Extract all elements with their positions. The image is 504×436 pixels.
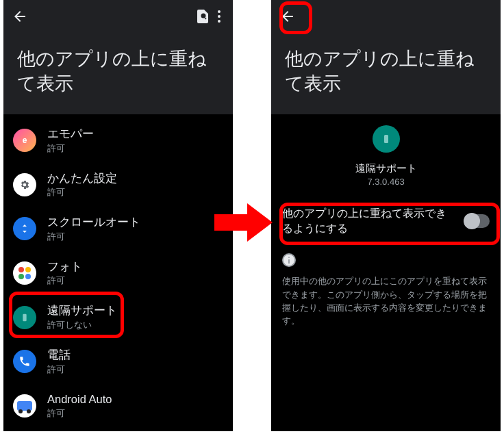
flow-arrow-icon (214, 202, 273, 243)
app-status: 許可 (47, 231, 140, 243)
svg-rect-4 (384, 135, 388, 143)
svg-point-1 (218, 15, 220, 18)
app-status: 許可しない (47, 319, 117, 331)
svg-rect-3 (23, 313, 26, 321)
app-name: スクロールオート (47, 215, 140, 229)
app-list-item-scrollauto[interactable]: スクロールオート許可 (3, 207, 233, 251)
top-app-bar (271, 0, 501, 33)
app-icon (13, 306, 36, 329)
svg-point-0 (218, 10, 220, 13)
app-icon (13, 173, 36, 196)
app-status: 許可 (47, 186, 117, 198)
app-name: フォト (47, 259, 82, 274)
app-name: かんたん設定 (47, 171, 117, 185)
app-status: 許可 (47, 363, 71, 376)
detail-app-name: 遠隔サポート (355, 162, 417, 175)
app-list-item-phone[interactable]: 電話許可 (3, 339, 233, 384)
app-list: e エモパー許可 かんたん設定許可 スクロールオート許可 フォト許可 遠隔サポー… (3, 114, 233, 428)
page-title: 他のアプリの上に重ねて表示 (3, 33, 233, 114)
app-detail-header: 遠隔サポート 7.3.0.463 (271, 114, 501, 196)
app-icon (13, 261, 36, 285)
screen-overlay-app-list: 他のアプリの上に重ねて表示 e エモパー許可 かんたん設定許可 スクロールオート… (3, 0, 233, 431)
app-name: エモパー (47, 127, 94, 141)
app-list-item-remote-support[interactable]: 遠隔サポート許可しない (3, 295, 233, 339)
info-icon-row (271, 245, 501, 271)
app-name: 遠隔サポート (47, 303, 117, 318)
top-app-bar (3, 0, 233, 33)
screen-overlay-app-detail: 他のアプリの上に重ねて表示 遠隔サポート 7.3.0.463 他のアプリの上に重… (271, 0, 501, 431)
app-list-item-android-auto[interactable]: Android Auto許可 (3, 384, 233, 428)
svg-point-2 (218, 20, 220, 23)
svg-marker-8 (214, 203, 273, 242)
app-status: 許可 (47, 142, 94, 155)
toggle-label: 他のアプリの上に重ねて表示できるようにする (282, 206, 457, 235)
app-list-item-kantan[interactable]: かんたん設定許可 (3, 163, 233, 207)
app-list-item-photos[interactable]: フォト許可 (3, 251, 233, 296)
app-status: 許可 (47, 407, 112, 420)
detail-app-version: 7.3.0.463 (367, 177, 404, 187)
search-in-page-icon[interactable] (194, 8, 211, 25)
back-icon[interactable] (279, 8, 296, 25)
app-name: Android Auto (47, 392, 112, 407)
app-icon (13, 217, 36, 240)
info-icon (281, 252, 297, 268)
app-list-item-emopar[interactable]: e エモパー許可 (3, 118, 233, 163)
app-name: 電話 (47, 348, 71, 362)
app-icon (13, 350, 36, 373)
permission-description: 使用中の他のアプリの上にこのアプリを重ねて表示できます。このアプリ側から、タップ… (271, 271, 501, 329)
app-icon (13, 394, 36, 418)
more-vert-icon[interactable] (211, 8, 227, 25)
toggle-switch[interactable] (465, 214, 490, 228)
page-title: 他のアプリの上に重ねて表示 (271, 33, 501, 114)
back-icon[interactable] (12, 8, 28, 25)
overlay-permission-toggle-row[interactable]: 他のアプリの上に重ねて表示できるようにする (271, 196, 501, 245)
app-status: 許可 (47, 274, 82, 287)
app-icon (373, 125, 400, 153)
app-icon: e (13, 129, 36, 152)
svg-point-7 (288, 257, 290, 258)
